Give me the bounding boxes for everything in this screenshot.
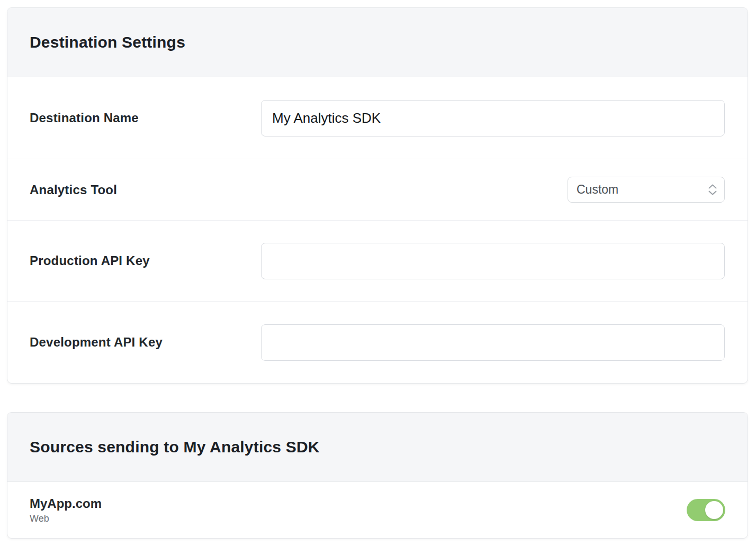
sources-card: Sources sending to My Analytics SDK MyAp…: [7, 412, 748, 539]
production-api-key-label: Production API Key: [30, 253, 261, 268]
destination-settings-header: Destination Settings: [7, 8, 748, 77]
destination-settings-card: Destination Settings Destination Name An…: [7, 7, 748, 384]
sources-header: Sources sending to My Analytics SDK: [7, 413, 748, 482]
destination-name-input[interactable]: [261, 100, 725, 136]
production-api-key-input[interactable]: [261, 243, 725, 279]
chevron-up-down-icon: [708, 184, 717, 195]
development-api-key-label: Development API Key: [30, 335, 261, 350]
destination-name-row: Destination Name: [7, 77, 748, 159]
source-row-myapp: MyApp.com Web: [7, 482, 748, 538]
production-api-key-row: Production API Key: [7, 220, 748, 301]
analytics-tool-selected-value: Custom: [577, 183, 618, 197]
source-type: Web: [30, 513, 102, 524]
development-api-key-input[interactable]: [261, 324, 725, 361]
destination-settings-title: Destination Settings: [30, 33, 185, 51]
analytics-tool-label: Analytics Tool: [30, 183, 568, 197]
development-api-key-row: Development API Key: [7, 301, 748, 383]
analytics-tool-select[interactable]: Custom: [568, 177, 725, 203]
settings-page: Destination Settings Destination Name An…: [0, 7, 756, 546]
toggle-knob: [705, 501, 723, 519]
analytics-tool-row: Analytics Tool Custom: [7, 159, 748, 220]
source-info: MyApp.com Web: [30, 496, 102, 524]
source-name: MyApp.com: [30, 496, 102, 511]
sources-title: Sources sending to My Analytics SDK: [30, 438, 320, 456]
source-enabled-toggle[interactable]: [687, 499, 725, 521]
destination-name-label: Destination Name: [30, 111, 261, 125]
